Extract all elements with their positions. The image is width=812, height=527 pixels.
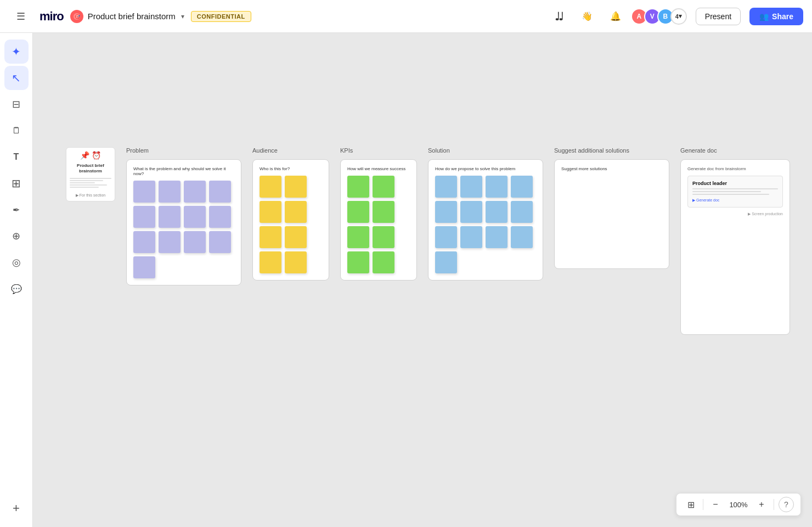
sticky-note[interactable] [486,226,507,248]
doc-preview-title: Product leader [692,181,778,186]
board-title-area[interactable]: 🎯 Product brief brainstorm ▾ [70,10,184,23]
suggest-frame[interactable]: Suggest more solutions [554,159,669,269]
audience-stickies [260,176,322,273]
sticky-note[interactable] [209,231,231,253]
sticky-note[interactable] [460,226,482,248]
share-button[interactable]: 👥 Share [749,8,803,25]
sticky-note[interactable] [133,231,155,253]
help-button[interactable]: ? [779,497,794,512]
sticky-note[interactable] [486,201,507,223]
sticky-note[interactable] [347,201,369,223]
sidebar-item-select[interactable]: ↖ [4,66,29,90]
kpis-frame-title: KPIs [340,147,353,154]
sticky-note[interactable] [260,251,281,273]
canvas[interactable]: 📌 ⏰ Product brief brainstorm ▶ For this … [33,33,812,527]
zoom-level: 100% [728,501,749,509]
sticky-note[interactable] [486,176,507,198]
sticky-note[interactable] [511,226,533,248]
sticky-note[interactable] [347,176,369,198]
sidebar-item-frames[interactable]: ⊟ [4,92,29,116]
notifications-icon[interactable]: 🔔 [606,7,625,26]
minimap-thumbnail[interactable]: 📌 ⏰ Product brief brainstorm ▶ For this … [66,147,115,201]
generate-doc-frame-wrapper: Generate doc Generate doc from brainstor… [680,159,790,335]
sticky-note[interactable] [373,251,394,273]
sticky-note[interactable] [260,226,281,248]
sticky-note[interactable] [511,201,533,223]
hamburger-menu[interactable]: ☰ [9,4,33,29]
sticky-note[interactable] [285,176,307,198]
sticky-note[interactable] [435,201,457,223]
more-collaborators[interactable]: 4 ▾ [670,8,687,25]
zoom-in-button[interactable]: + [754,497,769,512]
sticky-note[interactable] [285,201,307,223]
share-icon: 👥 [759,12,769,21]
sidebar-item-notes[interactable]: 🗒 [4,119,29,143]
sidebar-item-drawing[interactable]: ✒ [4,198,29,222]
generate-doc-frame[interactable]: Generate doc from brainstorm Product lea… [680,159,790,335]
doc-preview: Product leader ▶ Generate doc [687,176,783,208]
topbar-right: ♩♩ 👋 🔔 A V B 4 ▾ Present 👥 Share [549,7,803,26]
sidebar-item-text[interactable]: T [4,145,29,169]
problem-frame[interactable]: What is the problem and why should we so… [126,159,241,285]
sidebar-item-apps[interactable]: ⊞ [4,171,29,195]
sticky-note[interactable] [184,206,206,228]
minimap-title: Product brief brainstorm [70,163,111,173]
sticky-note[interactable] [133,256,155,278]
sticky-note[interactable] [260,176,281,198]
sidebar-item-crop[interactable]: ⊕ [4,224,29,248]
sticky-note[interactable] [184,181,206,203]
sticky-note[interactable] [133,181,155,203]
sticky-note[interactable] [285,251,307,273]
sticky-note[interactable] [209,206,231,228]
generate-doc-frame-title: Generate doc [680,147,717,154]
solution-frame-wrapper: Solution How do we propose to solve this… [428,159,543,281]
sidebar-item-comments[interactable]: 💬 [4,277,29,301]
solution-frame[interactable]: How do we propose to solve this problem [428,159,543,281]
sidebar-item-magic[interactable]: ✦ [4,40,29,64]
sticky-note[interactable] [209,181,231,203]
sticky-note[interactable] [285,226,307,248]
confidential-badge: CONFIDENTIAL [191,11,251,22]
sticky-note[interactable] [260,201,281,223]
sticky-note[interactable] [159,231,181,253]
sticky-note[interactable] [347,226,369,248]
sticky-note[interactable] [184,231,206,253]
sticky-note[interactable] [435,176,457,198]
collaborators-avatars: A V B 4 ▾ [634,8,687,25]
audience-question: Who is this for? [260,166,322,171]
fit-to-screen-button[interactable]: ⊞ [683,497,698,512]
sticky-note[interactable] [435,226,457,248]
sticky-note[interactable] [460,201,482,223]
sticky-note[interactable] [373,176,394,198]
present-button[interactable]: Present [696,8,741,25]
kpis-question: How will we measure success [347,166,410,171]
sidebar-item-add[interactable]: + [4,496,29,520]
audience-frame[interactable]: Who is this for? [252,159,329,281]
kpis-frame[interactable]: How will we measure success [340,159,417,281]
sticky-note[interactable] [511,176,533,198]
sticky-note[interactable] [373,201,394,223]
generate-doc-action: Generate doc from brainstorm [687,166,783,171]
sticky-note[interactable] [133,206,155,228]
board-title: Product brief brainstorm [88,12,176,21]
sticky-note[interactable] [159,181,181,203]
sidebar: ✦ ↖ ⊟ 🗒 T ⊞ ✒ ⊕ ◎ 💬 + [0,33,33,527]
sticky-note[interactable] [159,206,181,228]
board-icon: 🎯 [70,10,83,23]
sidebar-item-palette[interactable]: ◎ [4,250,29,274]
sticky-note[interactable] [460,176,482,198]
audience-frame-wrapper: Audience Who is this for? [252,159,329,281]
reactions-icon[interactable]: 👋 [577,7,597,26]
doc-line-2 [692,191,761,192]
sticky-note[interactable] [435,251,457,273]
generate-doc-link[interactable]: ▶ Generate doc [692,198,778,203]
topbar: ☰ miro 🎯 Product brief brainstorm ▾ CONF… [0,0,812,33]
sticky-note[interactable] [373,226,394,248]
timer-icon[interactable]: ♩♩ [549,7,568,26]
svg-text:🎯: 🎯 [75,14,80,19]
suggest-question: Suggest more solutions [561,166,662,171]
controls-divider [703,499,703,510]
board-content: 📌 ⏰ Product brief brainstorm ▶ For this … [66,143,790,335]
zoom-out-button[interactable]: − [708,497,723,512]
sticky-note[interactable] [347,251,369,273]
